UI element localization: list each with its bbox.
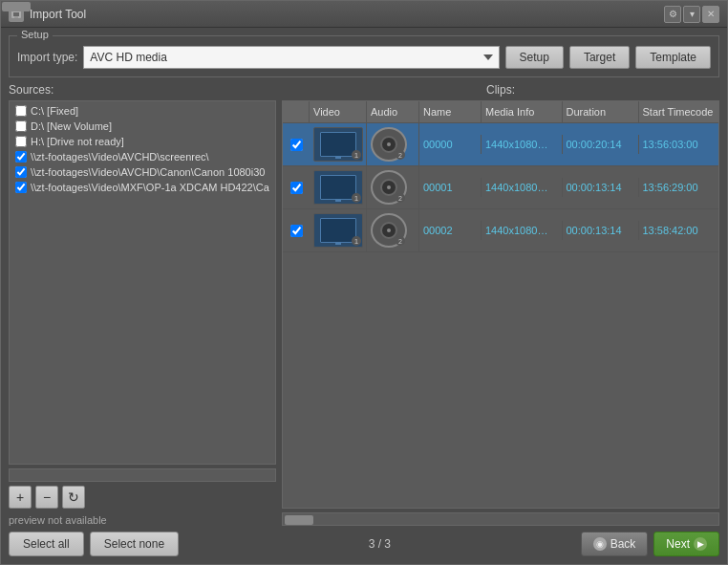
row-timecode-1: 13:56:29:00 [639, 178, 719, 197]
add-source-button[interactable]: + [9, 486, 32, 509]
clips-label: Clips: [282, 83, 719, 97]
row-check-2[interactable] [283, 223, 310, 239]
row-check-1[interactable] [283, 180, 310, 196]
import-type-select[interactable]: AVC HD media MXF P2 media XDCAM [83, 46, 499, 69]
remove-source-button[interactable]: − [35, 486, 58, 509]
clips-scrollbar[interactable] [282, 512, 719, 526]
next-button[interactable]: Next ▶ [653, 532, 719, 556]
audio-badge: 2 [396, 236, 405, 246]
back-button[interactable]: ◉ Back [581, 532, 649, 556]
audio-badge: 2 [396, 193, 405, 203]
titlebar-controls: ⚙ ▾ ✕ [664, 6, 719, 23]
minimize-btn[interactable]: ▾ [683, 6, 700, 23]
thumb-badge: 1 [352, 236, 361, 246]
row-audio-1: 2 [367, 166, 419, 208]
target-button[interactable]: Target [569, 46, 630, 69]
settings-btn[interactable]: ⚙ [664, 6, 681, 23]
clip-checkbox-2[interactable] [290, 225, 303, 237]
template-button[interactable]: Template [635, 46, 711, 69]
clips-scrollbar-thumb [285, 515, 313, 525]
select-none-button[interactable]: Select none [90, 532, 179, 556]
main-area: Sources: C:\ [Fixed] D:\ [New Volume] H:… [9, 83, 719, 526]
row-audio-2: 2 [367, 209, 419, 251]
row-audio-0: 2 [367, 123, 419, 165]
row-video-2: 1 [310, 209, 367, 251]
source-item[interactable]: H:\ [Drive not ready] [11, 134, 273, 149]
source-item[interactable]: \\zt-footages\Video\MXF\OP-1a XDCAM HD42… [11, 180, 273, 195]
window-title: Import Tool [30, 8, 664, 21]
row-video-0: 1 [310, 123, 367, 165]
back-label: Back [610, 537, 636, 551]
clip-checkbox-0[interactable] [290, 139, 303, 151]
setup-button[interactable]: Setup [505, 46, 564, 69]
row-timecode-2: 13:58:42:00 [639, 221, 719, 240]
row-duration-2: 00:00:13:14 [563, 221, 639, 240]
audio-dot [387, 228, 391, 232]
row-media-1: 1440x1080@29.970 [482, 178, 563, 197]
clip-checkbox-1[interactable] [290, 182, 303, 194]
row-video-1: 1 [310, 166, 367, 208]
source-path-3: \\zt-footages\Video\AVCHD\screenrec\ [31, 151, 209, 163]
source-checkbox-4[interactable] [15, 166, 27, 178]
source-path-2: H:\ [Drive not ready] [31, 136, 124, 147]
col-header-duration: Duration [563, 101, 639, 122]
sources-list[interactable]: C:\ [Fixed] D:\ [New Volume] H:\ [Drive … [9, 100, 276, 465]
next-label: Next [666, 537, 690, 551]
table-row[interactable]: 1 2 00000 [283, 123, 718, 166]
setup-row: Import type: AVC HD media MXF P2 media X… [17, 46, 711, 69]
row-duration-1: 00:00:13:14 [563, 178, 639, 197]
row-name-1: 00001 [419, 178, 482, 197]
close-btn[interactable]: ✕ [702, 6, 719, 23]
source-checkbox-5[interactable] [15, 182, 27, 193]
sources-panel: Sources: C:\ [Fixed] D:\ [New Volume] H:… [9, 83, 276, 526]
clips-panel: Clips: Video Audio Name Media Info Durat… [282, 83, 719, 526]
col-header-check [283, 101, 310, 122]
source-item[interactable]: \\zt-footages\Video\AVCHD\Canon\Canon 10… [11, 164, 273, 180]
preview-text: preview not available [9, 514, 276, 526]
source-item[interactable]: \\zt-footages\Video\AVCHD\screenrec\ [11, 149, 273, 164]
audio-thumbnail-0: 2 [371, 127, 407, 162]
import-tool-window: Import Tool ⚙ ▾ ✕ Setup Import type: AVC… [0, 0, 728, 565]
table-row[interactable]: 1 2 00001 [283, 166, 718, 209]
source-checkbox-1[interactable] [15, 120, 27, 132]
titlebar: Import Tool ⚙ ▾ ✕ [1, 1, 727, 28]
source-path-0: C:\ [Fixed] [31, 105, 78, 117]
audio-inner [380, 136, 397, 153]
next-icon: ▶ [694, 537, 707, 551]
back-icon: ◉ [593, 537, 607, 551]
thumb-badge: 1 [352, 150, 361, 160]
row-name-2: 00002 [419, 221, 482, 240]
scrollbar-thumb [2, 2, 31, 11]
video-thumbnail-0: 1 [313, 127, 363, 162]
clips-table-header: Video Audio Name Media Info Duration Sta… [283, 101, 718, 123]
page-info: 3 / 3 [184, 537, 575, 551]
setup-group: Setup Import type: AVC HD media MXF P2 m… [9, 35, 719, 77]
col-header-media: Media Info [482, 101, 563, 122]
row-name-0: 00000 [419, 135, 482, 154]
video-thumbnail-2: 1 [313, 213, 363, 248]
sources-label: Sources: [9, 83, 276, 97]
source-checkbox-2[interactable] [15, 136, 27, 147]
source-checkbox-0[interactable] [15, 105, 27, 117]
bottom-bar: Select all Select none 3 / 3 ◉ Back Next… [9, 532, 719, 556]
source-checkbox-3[interactable] [15, 151, 27, 163]
source-item[interactable]: C:\ [Fixed] [11, 103, 273, 119]
source-path-4: \\zt-footages\Video\AVCHD\Canon\Canon 10… [31, 166, 265, 178]
row-media-0: 1440x1080@29.970 [482, 135, 563, 154]
table-row[interactable]: 1 2 00002 [283, 209, 718, 252]
audio-thumbnail-1: 2 [371, 170, 407, 205]
source-item[interactable]: D:\ [New Volume] [11, 119, 273, 134]
row-media-2: 1440x1080@29.970 [482, 221, 563, 240]
col-header-video: Video [310, 101, 367, 122]
thumb-badge: 1 [352, 193, 361, 203]
select-all-button[interactable]: Select all [9, 532, 84, 556]
audio-inner [380, 222, 397, 239]
refresh-source-button[interactable]: ↻ [62, 486, 85, 509]
setup-label: Setup [17, 29, 53, 40]
source-path-5: \\zt-footages\Video\MXF\OP-1a XDCAM HD42… [31, 182, 269, 193]
import-type-label: Import type: [17, 51, 77, 64]
sources-scrollbar[interactable] [9, 468, 276, 482]
audio-dot [387, 142, 391, 146]
row-check-0[interactable] [283, 137, 310, 153]
row-duration-0: 00:00:20:14 [563, 135, 639, 154]
